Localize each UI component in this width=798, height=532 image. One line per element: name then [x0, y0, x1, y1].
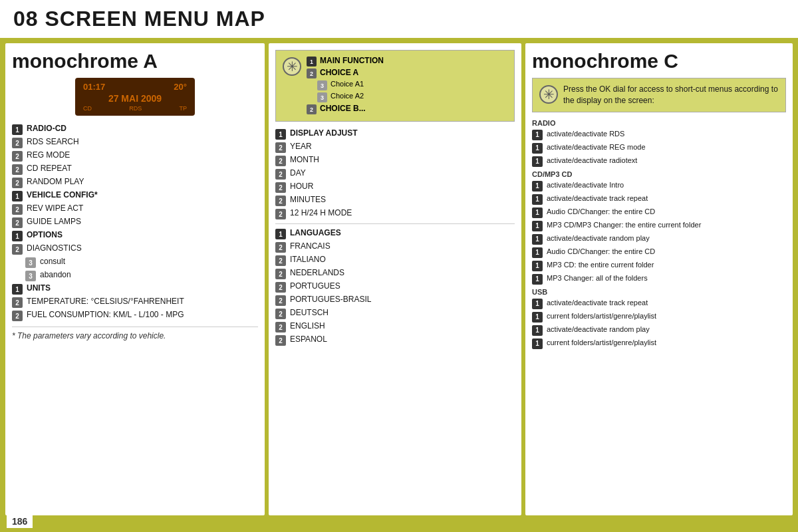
- list-item: 2 GUIDE LAMPS: [12, 217, 258, 228]
- badge-1: 1: [532, 221, 543, 231]
- center-top-menu: 1 MAIN FUNCTION 2 CHOICE A 3 Choice A1 3…: [307, 56, 384, 116]
- menu-text: RANDOM PLAY: [27, 177, 84, 188]
- list-item: 2 MINUTES: [275, 195, 515, 206]
- badge-1: 1: [532, 274, 543, 285]
- panel-c-title: monochrome C: [532, 50, 786, 72]
- panel-monochrome-a: monochrome A 01:17 20° 27 MAI 2009 CD RD…: [5, 43, 265, 515]
- item-text: activate/deactivate radiotext: [547, 156, 637, 165]
- list-item: 1 DISPLAY ADJUST: [275, 128, 515, 140]
- list-item: 1 activate/deactivate track repeat: [532, 194, 786, 205]
- menu-text: YEAR: [290, 142, 312, 152]
- menu-text: GUIDE LAMPS: [27, 217, 81, 227]
- page-number: 186: [7, 515, 33, 528]
- badge-2: 2: [307, 104, 317, 114]
- list-item: 2 CHOICE B...: [307, 104, 384, 114]
- display-date: 27 MAI 2009: [83, 93, 187, 104]
- list-item: 1 activate/deactivate random play: [532, 233, 786, 245]
- badge-2: 2: [12, 204, 23, 215]
- display-cd: CD: [83, 105, 92, 112]
- item-text: MP3 Changer: all of the folders: [547, 273, 648, 283]
- divider: [275, 223, 515, 224]
- item-text: Audio CD/Changer: the entire CD: [547, 247, 655, 256]
- badge-3: 3: [317, 80, 327, 90]
- list-item: 1 VEHICLE CONFIG*: [12, 190, 258, 201]
- menu-text: CD REPEAT: [27, 164, 72, 174]
- display-tp: TP: [179, 105, 187, 112]
- badge-1: 1: [12, 231, 23, 241]
- badge-2: 2: [275, 282, 286, 293]
- list-item: 1 activate/deactivate random play: [532, 325, 786, 336]
- list-item: 2 RANDOM PLAY: [12, 177, 258, 188]
- badge-3: 3: [25, 271, 36, 281]
- badge-1: 1: [307, 57, 317, 66]
- badge-1: 1: [275, 129, 286, 140]
- menu-text: DISPLAY ADJUST: [290, 128, 358, 139]
- badge-2: 2: [275, 255, 286, 266]
- item-text: current folders/artist/genre/playlist: [547, 338, 656, 347]
- display-rds: RDS: [129, 105, 142, 112]
- item-text: activate/deactivate Intro: [547, 180, 624, 190]
- item-text: activate/deactivate RDS: [547, 129, 624, 138]
- list-item: 2 FUEL CONSUMPTION: KM/L - L/100 - MPG: [12, 310, 258, 321]
- menu-text: LANGUAGES: [290, 228, 341, 239]
- list-item: 1 MP3 Changer: all of the folders: [532, 273, 786, 285]
- badge-2: 2: [275, 142, 286, 153]
- menu-text: ITALIANO: [290, 255, 326, 265]
- badge-2: 2: [275, 335, 286, 346]
- badge-1: 1: [532, 247, 543, 258]
- badge-2: 2: [275, 269, 286, 279]
- badge-1: 1: [532, 325, 543, 336]
- list-item: 1 LANGUAGES: [275, 228, 515, 239]
- display-bottom: CD RDS TP: [83, 105, 187, 112]
- menu-text: ESPANOL: [290, 334, 327, 345]
- menu-text: Choice A2: [331, 92, 364, 100]
- item-text: activate/deactivate track repeat: [547, 194, 648, 203]
- menu-text: NEDERLANDS: [290, 268, 344, 279]
- badge-2: 2: [12, 311, 23, 321]
- list-item: 1 Audio CD/Changer: the entire CD: [532, 207, 786, 218]
- right-top-text: Press the OK dial for access to short-cu…: [563, 84, 779, 106]
- badge-1: 1: [532, 156, 543, 167]
- badge-1: 1: [532, 338, 543, 349]
- item-text: activate/deactivate REG mode: [547, 142, 646, 152]
- menu-text: MONTH: [290, 155, 319, 166]
- list-item: 2 ITALIANO: [275, 255, 515, 266]
- list-item: 1 OPTIONS: [12, 230, 258, 241]
- badge-1: 1: [532, 181, 543, 192]
- list-item: 1 Audio CD/Changer: the entire CD: [532, 247, 786, 258]
- list-item: 2 TEMPERATURE: °CELSIUS/°FAHRENHEIT: [12, 297, 258, 308]
- list-item: 2 PORTUGUES-BRASIL: [275, 295, 515, 306]
- item-text: activate/deactivate track repeat: [547, 298, 648, 307]
- item-text: current folders/artist/genre/playlist: [547, 311, 656, 321]
- list-item: 2 REV WIPE ACT: [12, 203, 258, 215]
- badge-1: 1: [12, 284, 23, 295]
- item-text: activate/deactivate random play: [547, 325, 650, 334]
- list-item: 2 RDS SEARCH: [12, 137, 258, 148]
- menu-text: abandon: [40, 270, 71, 281]
- menu-text: REG MODE: [27, 150, 70, 161]
- list-item: 2 ESPANOL: [275, 334, 515, 346]
- list-item: 3 abandon: [12, 270, 258, 281]
- menu-text: REV WIPE ACT: [27, 203, 83, 214]
- menu-text: HOUR: [290, 182, 313, 192]
- badge-1: 1: [12, 191, 23, 201]
- list-item: 2 MONTH: [275, 155, 515, 166]
- list-item: 1 activate/deactivate radiotext: [532, 156, 786, 167]
- badge-2: 2: [275, 182, 286, 193]
- badge-1: 1: [532, 299, 543, 309]
- badge-2: 2: [275, 242, 286, 253]
- list-item: 3 Choice A2: [307, 92, 384, 102]
- display-time-right: 20°: [174, 82, 187, 92]
- menu-text: FUEL CONSUMPTION: KM/L - L/100 - MPG: [27, 310, 184, 321]
- badge-2: 2: [275, 295, 286, 306]
- badge-1: 1: [532, 143, 543, 154]
- list-item: 2 DAY: [275, 168, 515, 180]
- list-item: 1 activate/deactivate track repeat: [532, 298, 786, 309]
- badge-2: 2: [12, 164, 23, 175]
- list-item: 2 NEDERLANDS: [275, 268, 515, 279]
- center-top-box: 1 MAIN FUNCTION 2 CHOICE A 3 Choice A1 3…: [275, 50, 515, 122]
- badge-2: 2: [307, 68, 317, 78]
- list-item: 2 CD REPEAT: [12, 164, 258, 175]
- badge-2: 2: [275, 196, 286, 206]
- menu-text: VEHICLE CONFIG*: [27, 190, 98, 201]
